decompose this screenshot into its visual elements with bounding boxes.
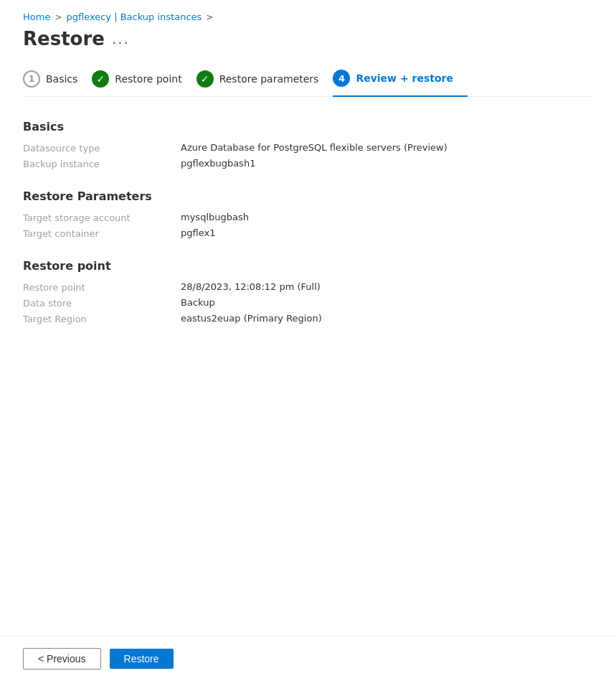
step-restore-point-indicator: ✓ <box>92 70 109 88</box>
section-basics-title: Basics <box>23 120 593 133</box>
step-restore-point[interactable]: ✓ Restore point <box>92 70 196 96</box>
step-review-restore-indicator: 4 <box>333 70 350 87</box>
page-title-row: Restore ... <box>23 28 593 50</box>
wizard-steps: 1 Basics ✓ Restore point ✓ Restore param… <box>23 70 593 97</box>
field-target-region-label: Target Region <box>23 313 181 324</box>
section-restore-point-title: Restore point <box>23 259 593 273</box>
step-basics-indicator: 1 <box>23 70 40 88</box>
field-target-region-value: eastus2euap (Primary Region) <box>181 313 322 324</box>
field-restore-point: Restore point 28/8/2023, 12:08:12 pm (Fu… <box>23 281 593 293</box>
field-data-store-value: Backup <box>181 297 215 309</box>
step-restore-parameters-check: ✓ <box>201 73 209 85</box>
page-options-dots[interactable]: ... <box>112 30 130 47</box>
step-basics-label: Basics <box>46 73 77 85</box>
step-review-restore-label: Review + restore <box>356 72 453 84</box>
field-datasource-type-label: Datasource type <box>23 142 181 154</box>
restore-button[interactable]: Restore <box>110 649 174 669</box>
previous-button[interactable]: < Previous <box>23 648 101 670</box>
field-target-container: Target container pgflex1 <box>23 227 593 239</box>
breadcrumb-sep-1: > <box>55 12 62 22</box>
step-restore-parameters-indicator: ✓ <box>196 70 214 88</box>
field-datasource-type: Datasource type Azure Database for Postg… <box>23 142 593 154</box>
breadcrumb-home[interactable]: Home <box>23 11 50 22</box>
footer: < Previous Restore <box>0 636 616 681</box>
breadcrumb-instance[interactable]: pgflexecy | Backup instances <box>66 11 202 22</box>
field-target-container-label: Target container <box>23 227 181 239</box>
section-restore-point: Restore point Restore point 28/8/2023, 1… <box>23 259 593 324</box>
section-restore-parameters-title: Restore Parameters <box>23 189 593 203</box>
step-restore-parameters-label: Restore parameters <box>219 73 319 85</box>
step-basics[interactable]: 1 Basics <box>23 70 92 96</box>
breadcrumb: Home > pgflexecy | Backup instances > <box>23 11 593 22</box>
field-backup-instance-value: pgflexbugbash1 <box>181 158 255 169</box>
section-restore-parameters: Restore Parameters Target storage accoun… <box>23 189 593 239</box>
field-datasource-type-value: Azure Database for PostgreSQL flexible s… <box>181 142 447 154</box>
field-target-storage-value: mysqlbugbash <box>181 212 249 223</box>
breadcrumb-sep-2: > <box>206 12 213 22</box>
field-target-storage-label: Target storage account <box>23 212 181 223</box>
field-target-container-value: pgflex1 <box>181 227 215 239</box>
field-data-store-label: Data store <box>23 297 181 309</box>
field-target-region: Target Region eastus2euap (Primary Regio… <box>23 313 593 324</box>
page-title: Restore <box>23 28 105 50</box>
step-restore-point-check: ✓ <box>96 73 105 85</box>
field-data-store: Data store Backup <box>23 297 593 309</box>
field-backup-instance: Backup instance pgflexbugbash1 <box>23 158 593 169</box>
step-review-restore[interactable]: 4 Review + restore <box>333 70 468 97</box>
step-basics-number: 1 <box>28 73 34 84</box>
field-restore-point-label: Restore point <box>23 281 181 293</box>
section-basics: Basics Datasource type Azure Database fo… <box>23 120 593 169</box>
field-restore-point-value: 28/8/2023, 12:08:12 pm (Full) <box>181 281 321 293</box>
step-restore-point-label: Restore point <box>115 73 181 85</box>
field-target-storage: Target storage account mysqlbugbash <box>23 212 593 223</box>
field-backup-instance-label: Backup instance <box>23 158 181 169</box>
step-restore-parameters[interactable]: ✓ Restore parameters <box>196 70 333 96</box>
step-review-restore-number: 4 <box>338 73 345 84</box>
